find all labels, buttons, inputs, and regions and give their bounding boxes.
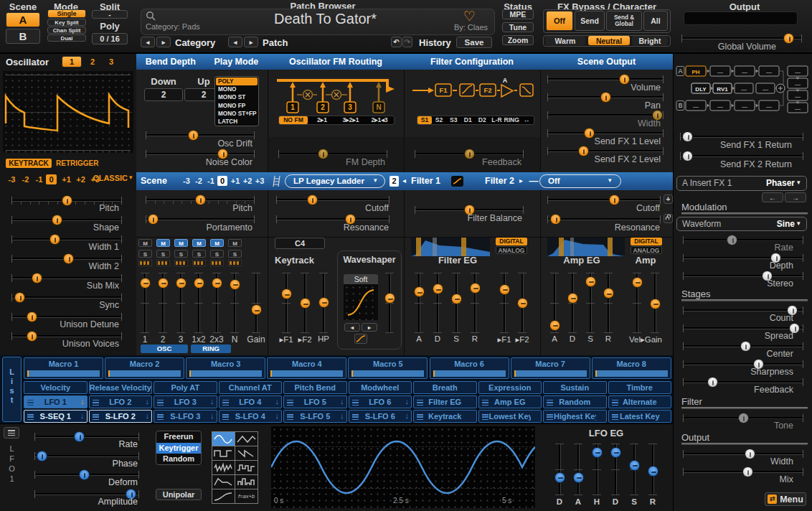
lfo-eg-r-5[interactable] xyxy=(647,444,658,495)
drag-handle-icon[interactable] xyxy=(27,400,34,405)
filter-config-[interactable]: ↔ xyxy=(519,116,534,124)
lfo-shape-mseg[interactable] xyxy=(212,489,235,503)
macro-1[interactable]: Macro 1 xyxy=(24,357,103,379)
drag-handle-icon[interactable] xyxy=(93,400,99,405)
mod-source-expression[interactable]: Expression xyxy=(478,381,542,394)
mixer-level-1-handle[interactable] xyxy=(140,278,151,289)
mod-cell-lfo-5[interactable]: LFO 5↓ xyxy=(283,395,347,408)
filter-config-s1[interactable]: S1 xyxy=(417,116,432,124)
drag-handle-icon[interactable] xyxy=(612,400,618,405)
arm-arrow-icon[interactable]: ↓ xyxy=(405,411,410,420)
mod-source-poly-at[interactable]: Poly AT xyxy=(154,381,217,394)
filter-eg-r-3-handle[interactable] xyxy=(470,283,481,294)
keytrack-root-note[interactable]: C4 xyxy=(275,238,325,249)
lfo-shape-triangle[interactable] xyxy=(235,432,258,446)
scene-octave-3[interactable]: +3 xyxy=(254,176,265,186)
keytrack-f2-handle[interactable] xyxy=(300,298,311,309)
play-mode-latch[interactable]: LATCH xyxy=(216,118,258,126)
status-zoom-button[interactable]: Zoom xyxy=(502,35,534,45)
osc-tab-3[interactable]: 3 xyxy=(105,57,118,67)
amp_eg-analog-toggle[interactable]: ANALOG xyxy=(631,246,662,254)
status-tune-button[interactable]: Tune xyxy=(502,22,534,32)
filter-eg-d-1[interactable] xyxy=(432,273,443,333)
lfo-eg-h-2[interactable] xyxy=(591,444,603,495)
poly-count[interactable]: 0 / 16 xyxy=(92,33,128,44)
lfo-trigger-freerun[interactable]: Freerun xyxy=(156,431,201,443)
drag-handle-icon[interactable] xyxy=(157,400,164,405)
scene-b-button[interactable]: B xyxy=(6,29,40,44)
fm-option-2-1-3[interactable]: 2▸1◂3 xyxy=(365,116,394,124)
undo-icon[interactable]: ↶ xyxy=(391,37,402,47)
filter-eg-f2-5[interactable] xyxy=(516,273,528,333)
amp-eg-d-1-handle[interactable] xyxy=(567,293,578,304)
lfo-eg-a-1-handle[interactable] xyxy=(573,472,584,483)
macro-6[interactable]: Macro 6 xyxy=(430,357,509,379)
mod-source-pitch-bend[interactable]: Pitch Bend xyxy=(283,381,347,394)
osc-octave-2[interactable]: -2 xyxy=(19,174,32,184)
mixer-level-2[interactable] xyxy=(157,273,169,333)
amp-eg-a-0-handle[interactable] xyxy=(549,320,560,331)
favorite-heart-icon[interactable]: ♡ xyxy=(463,8,481,24)
lfo-shape-square[interactable] xyxy=(212,446,235,460)
drag-handle-icon[interactable] xyxy=(157,414,164,420)
filter-eg-s-2-handle[interactable] xyxy=(451,294,462,304)
osc-tab-2[interactable]: 2 xyxy=(86,57,99,67)
mixer-mute-1[interactable]: M xyxy=(138,239,152,247)
keytrack-hp[interactable] xyxy=(318,273,329,333)
mixer-level-1[interactable] xyxy=(139,273,151,333)
filter-config-d2[interactable]: D2 xyxy=(475,116,489,124)
keytrack-hp-handle[interactable] xyxy=(318,297,329,308)
filter-config-ring[interactable]: RING xyxy=(504,116,519,124)
fx-next-button[interactable]: → xyxy=(785,192,806,202)
mod-cell-lfo-4[interactable]: LFO 4↓ xyxy=(219,395,283,408)
arm-arrow-icon[interactable]: ↓ xyxy=(146,411,150,420)
status-mpe-button[interactable]: MPE xyxy=(502,9,534,19)
mod-cell-s-lfo-4[interactable]: S-LFO 4↓ xyxy=(219,410,283,423)
scene-octave-3[interactable]: -3 xyxy=(181,176,192,186)
mixer-level-1x2[interactable] xyxy=(193,273,204,333)
filter-eg-a-0-handle[interactable] xyxy=(414,286,425,297)
scene-a-button[interactable]: A xyxy=(6,12,40,27)
mod-cell-s-lfo-3[interactable]: S-LFO 3↓ xyxy=(154,410,217,423)
category-next-button[interactable]: ▸ xyxy=(156,37,171,47)
arm-arrow-icon[interactable]: ↓ xyxy=(340,411,344,420)
patch-category[interactable]: Category: Pads xyxy=(146,22,275,31)
osc-octave-0[interactable]: 0 xyxy=(46,174,57,184)
mixer-solo-2x3[interactable]: S xyxy=(210,250,224,258)
mod-source-modwheel[interactable]: Modwheel xyxy=(349,381,412,394)
mod-cell-s-lfo-2[interactable]: S-LFO 2↓ xyxy=(89,410,153,423)
macro-8[interactable]: Macro 8 xyxy=(592,357,671,379)
mod-cell-random[interactable]: Random xyxy=(543,395,607,408)
mod-source-timbre[interactable]: Timbre xyxy=(608,381,672,394)
filter_eg-analog-toggle[interactable]: ANALOG xyxy=(496,246,527,254)
filter-eg-d-1-handle[interactable] xyxy=(433,283,443,294)
osc-octave-3[interactable]: -3 xyxy=(6,174,18,184)
mod-cell-latest-key[interactable]: Latest Key xyxy=(608,410,672,423)
filter_eg-digital-toggle[interactable]: DIGITAL xyxy=(496,238,527,245)
lfo-eg-d-0[interactable] xyxy=(554,444,565,495)
amp-eg-s-2-handle[interactable] xyxy=(585,276,596,287)
keytrack-toggle[interactable]: KEYTRACK xyxy=(6,159,52,168)
amp-eg-d-1[interactable] xyxy=(567,273,578,333)
waveshaper-prev-button[interactable]: ◂ xyxy=(344,323,360,332)
lfo-eg-r-5-handle[interactable] xyxy=(648,466,658,477)
mod-cell-lfo-6[interactable]: LFO 6↓ xyxy=(349,395,412,408)
lfo-eg-a-1[interactable] xyxy=(572,444,584,495)
mixer-level-2-handle[interactable] xyxy=(158,278,169,289)
filter-eg-a-0[interactable] xyxy=(413,273,425,333)
filter-config-s2[interactable]: S2 xyxy=(432,116,446,124)
scene-octave-1[interactable]: -1 xyxy=(205,176,217,186)
lfo-trigger-random[interactable]: Random xyxy=(156,454,201,465)
mixer-level-3[interactable] xyxy=(175,273,187,333)
lfo-shape-envelope[interactable] xyxy=(212,475,235,489)
mode-option-key-split[interactable]: Key Split xyxy=(47,19,86,26)
arm-arrow-icon[interactable]: ↓ xyxy=(146,397,150,405)
lfo-eg-d-3-handle[interactable] xyxy=(610,447,621,458)
amp-gain[interactable] xyxy=(649,273,661,333)
osc-tab-1[interactable]: 1 xyxy=(62,56,82,67)
lfo-shape-noise[interactable] xyxy=(212,461,235,474)
global-volume-slider-handle[interactable] xyxy=(783,33,794,44)
mod-cell-lowest-key[interactable]: Lowest Key xyxy=(478,410,542,423)
lfo-trigger-keytrigger[interactable]: Keytrigger xyxy=(156,443,201,454)
lfo-shape-step-seq[interactable] xyxy=(235,475,258,489)
